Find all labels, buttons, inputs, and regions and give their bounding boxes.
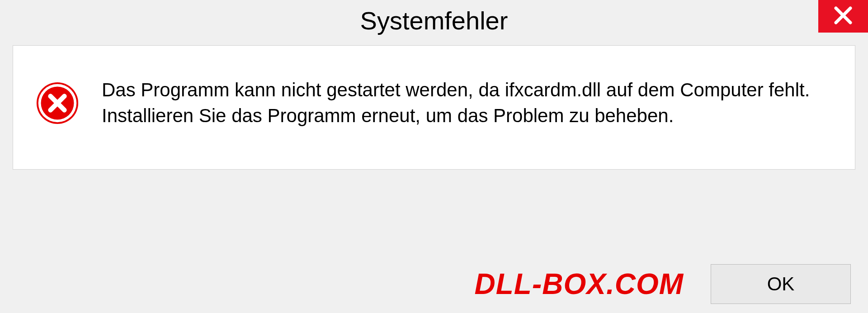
dialog-footer: DLL-BOX.COM OK [0, 264, 868, 304]
watermark-text: DLL-BOX.COM [475, 267, 684, 301]
title-bar: Systemfehler [0, 0, 868, 41]
error-message: Das Programm kann nicht gestartet werden… [102, 77, 832, 128]
dialog-title: Systemfehler [360, 6, 508, 35]
ok-button[interactable]: OK [711, 264, 851, 304]
error-icon [36, 81, 79, 125]
close-icon [832, 5, 854, 28]
close-button[interactable] [818, 0, 868, 33]
message-panel: Das Programm kann nicht gestartet werden… [13, 45, 855, 170]
ok-button-label: OK [767, 273, 795, 295]
